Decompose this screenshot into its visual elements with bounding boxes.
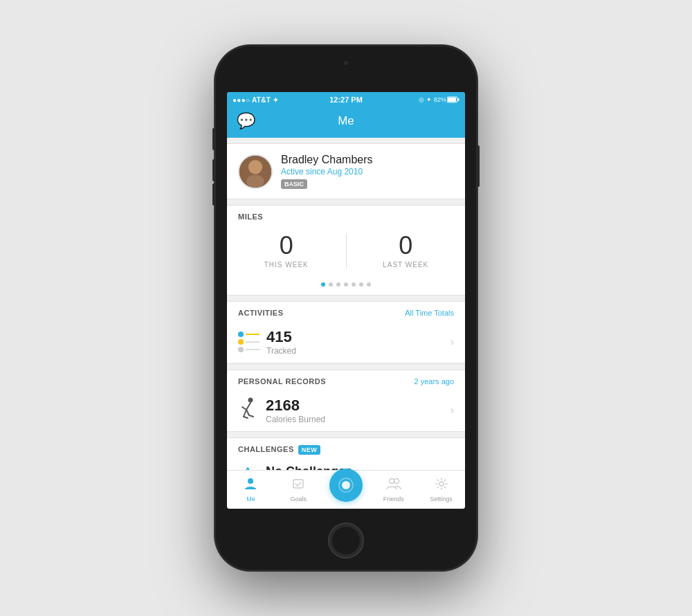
battery-icon bbox=[447, 96, 459, 103]
time-text: 12:27 PM bbox=[329, 96, 363, 104]
settings-label: Settings bbox=[430, 496, 453, 502]
challenges-title: CHALLENGESNEW bbox=[238, 445, 320, 453]
home-button[interactable] bbox=[328, 523, 364, 559]
dot-blue bbox=[238, 332, 244, 337]
line-yellow bbox=[246, 334, 260, 335]
last-week-label: LAST WEEK bbox=[347, 261, 466, 269]
carrier-text: ●●●○ AT&T ✦ bbox=[233, 96, 279, 104]
svg-rect-1 bbox=[458, 98, 459, 101]
avatar-image bbox=[239, 156, 271, 188]
activity-count: 415 bbox=[266, 328, 444, 346]
app-header: 💬 Me bbox=[227, 107, 465, 138]
avatar bbox=[238, 154, 273, 189]
this-week-value: 0 bbox=[227, 233, 346, 258]
svg-point-19 bbox=[394, 479, 399, 484]
activities-section: ACTIVITIES All Time Totals bbox=[227, 301, 465, 364]
phone-screen: ●●●○ AT&T ✦ 12:27 PM ◎ ✦ 82% bbox=[227, 92, 465, 509]
activity-label: Tracked bbox=[266, 346, 444, 356]
dot-1 bbox=[321, 282, 325, 287]
records-chevron: › bbox=[450, 404, 454, 417]
this-week-col: 0 THIS WEEK bbox=[227, 228, 346, 274]
bottom-nav: Me Goals bbox=[227, 470, 465, 509]
content-area: Bradley Chambers Active since Aug 2010 B… bbox=[227, 138, 465, 470]
status-right-icons: ◎ ✦ 82% bbox=[419, 96, 459, 103]
records-row[interactable]: 2168 Calories Burned › bbox=[227, 390, 465, 431]
records-title: PERSONAL RECORDS bbox=[238, 377, 326, 386]
nav-settings[interactable]: Settings bbox=[417, 477, 465, 502]
me-label: Me bbox=[246, 496, 255, 502]
miles-section: MILES 0 THIS WEEK 0 LAST WEEK bbox=[227, 205, 465, 296]
last-week-col: 0 LAST WEEK bbox=[347, 228, 466, 274]
svg-point-14 bbox=[248, 478, 253, 484]
last-week-value: 0 bbox=[347, 233, 466, 258]
svg-line-11 bbox=[246, 410, 249, 415]
miles-values: 0 THIS WEEK 0 LAST WEEK bbox=[227, 225, 465, 282]
miles-header: MILES bbox=[227, 206, 465, 225]
challenge-name: No Challenges bbox=[266, 464, 442, 470]
svg-line-8 bbox=[242, 407, 246, 410]
goals-label: Goals bbox=[290, 496, 307, 502]
friends-label: Friends bbox=[383, 496, 404, 502]
avatar-svg bbox=[239, 156, 271, 188]
nav-friends[interactable]: Friends bbox=[370, 477, 417, 502]
profile-info: Bradley Chambers Active since Aug 2010 B… bbox=[281, 154, 454, 189]
challenges-header: CHALLENGESNEW bbox=[227, 438, 465, 458]
svg-point-5 bbox=[246, 174, 264, 187]
challenges-section: CHALLENGESNEW No Challenges Check bbox=[227, 437, 465, 470]
battery-indicator: 82% bbox=[434, 96, 459, 103]
profile-active-since: Active since Aug 2010 bbox=[281, 167, 454, 176]
svg-line-9 bbox=[244, 410, 246, 417]
activity-info: 415 Tracked bbox=[266, 328, 444, 356]
dot-4 bbox=[344, 282, 348, 287]
runner-icon bbox=[238, 397, 257, 424]
new-badge: NEW bbox=[298, 445, 321, 455]
phone-notch bbox=[304, 59, 388, 69]
phone-frame: ●●●○ AT&T ✦ 12:27 PM ◎ ✦ 82% bbox=[215, 45, 477, 571]
page-dots bbox=[227, 282, 465, 295]
person-icon bbox=[244, 477, 257, 494]
nav-start[interactable]: Start bbox=[322, 480, 370, 500]
header-title: Me bbox=[338, 114, 354, 128]
message-icon[interactable]: 💬 bbox=[237, 112, 255, 130]
nav-goals[interactable]: Goals bbox=[275, 477, 322, 502]
dot-2 bbox=[329, 282, 333, 287]
records-header: PERSONAL RECORDS 2 years ago bbox=[227, 370, 465, 390]
svg-line-10 bbox=[244, 417, 248, 418]
svg-rect-15 bbox=[293, 480, 303, 488]
runner-svg bbox=[238, 397, 257, 419]
svg-point-18 bbox=[389, 479, 394, 484]
location-icon: ◎ bbox=[419, 96, 424, 103]
goals-icon bbox=[291, 477, 305, 494]
this-week-label: THIS WEEK bbox=[227, 261, 346, 269]
svg-point-20 bbox=[439, 482, 444, 486]
line-gray bbox=[246, 341, 260, 343]
svg-rect-2 bbox=[448, 98, 456, 102]
dot-3 bbox=[336, 282, 340, 287]
settings-icon bbox=[435, 477, 448, 494]
svg-line-12 bbox=[249, 415, 253, 417]
personal-records-section: PERSONAL RECORDS 2 years ago bbox=[227, 370, 465, 432]
dot-gray bbox=[238, 347, 244, 352]
start-circle[interactable] bbox=[329, 469, 363, 502]
line-gray2 bbox=[246, 349, 260, 350]
activity-icon bbox=[238, 332, 260, 352]
dot-7 bbox=[367, 282, 371, 287]
activities-subtitle: All Time Totals bbox=[405, 309, 454, 317]
svg-point-6 bbox=[248, 398, 253, 403]
nav-me[interactable]: Me bbox=[227, 477, 275, 502]
icon-line-2 bbox=[238, 339, 260, 345]
svg-line-7 bbox=[246, 403, 251, 410]
bluetooth-icon: ✦ bbox=[426, 96, 432, 103]
start-icon bbox=[338, 478, 354, 493]
miles-title: MILES bbox=[238, 212, 263, 221]
dot-yellow bbox=[238, 339, 244, 345]
phone-body: ●●●○ AT&T ✦ 12:27 PM ◎ ✦ 82% bbox=[215, 45, 477, 571]
icon-line-3 bbox=[238, 347, 260, 352]
dot-6 bbox=[359, 282, 363, 287]
profile-section: Bradley Chambers Active since Aug 2010 B… bbox=[227, 143, 465, 199]
records-subtitle: 2 years ago bbox=[415, 377, 454, 386]
status-bar: ●●●○ AT&T ✦ 12:27 PM ◎ ✦ 82% bbox=[227, 92, 465, 107]
activities-title: ACTIVITIES bbox=[238, 309, 284, 317]
challenge-info: No Challenges Check back later bbox=[266, 464, 442, 470]
activities-row[interactable]: 415 Tracked › bbox=[227, 321, 465, 363]
